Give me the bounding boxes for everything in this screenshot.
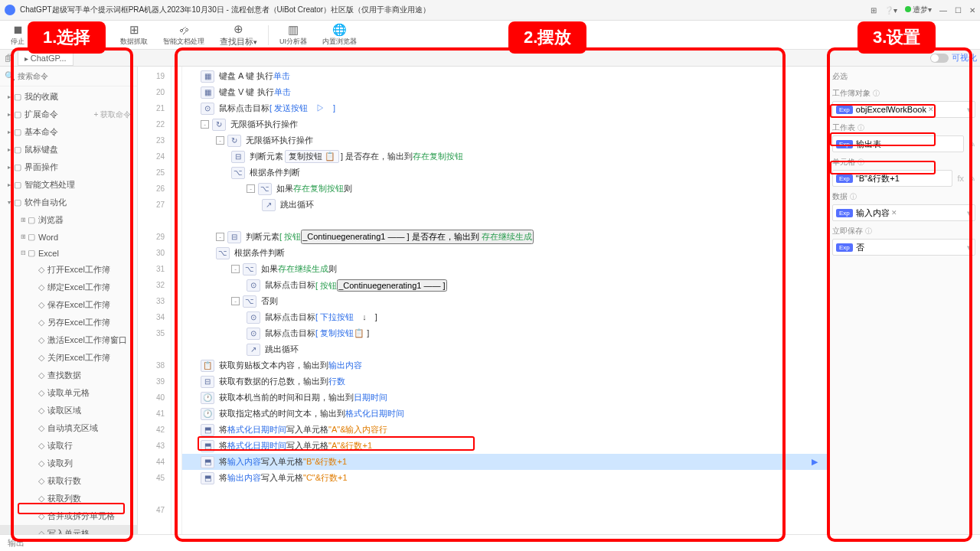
- sidebar-item[interactable]: ◇读取行: [0, 437, 137, 455]
- code-line[interactable]: ↗跳出循环: [182, 197, 827, 213]
- code-line[interactable]: ⊙鼠标点击目标 [ 下拉按钮 ↓ ]: [182, 309, 827, 325]
- sidebar-item[interactable]: ◇查找数据: [0, 367, 137, 384]
- sidebar-item[interactable]: ◇另存Excel工作簿: [0, 314, 137, 331]
- search-input[interactable]: [15, 70, 132, 83]
- prop-data-field[interactable]: Exp输入内容✕▾: [832, 204, 975, 221]
- collapse-icon[interactable]: -: [216, 136, 224, 145]
- code-line[interactable]: -⌥如果 存在继续生成 则: [182, 261, 827, 277]
- code-line[interactable]: ⬒将 输出内容 写入单元格 "C"&行数+1: [182, 470, 827, 486]
- line-number: 41: [138, 406, 171, 422]
- sidebar-item[interactable]: ▸▢界面操作: [0, 158, 137, 176]
- play-icon[interactable]: ▶: [812, 457, 818, 467]
- sidebar-item[interactable]: ▸▢智能文档处理: [0, 176, 137, 194]
- sidebar-item[interactable]: ◇获取列数: [0, 490, 137, 507]
- record-button[interactable]: ⏺录制: [83, 21, 113, 49]
- collapse-icon[interactable]: -: [201, 120, 209, 129]
- sidebar-item[interactable]: ◇读取列: [0, 455, 137, 472]
- switch-icon[interactable]: [930, 54, 949, 63]
- cmd-icon: ⌥: [243, 295, 256, 308]
- sidebar-item[interactable]: ◇打开Excel工作簿: [0, 261, 137, 279]
- collapse-icon[interactable]: -: [216, 233, 224, 241]
- sidebar-item[interactable]: ◇读取单元格: [0, 384, 137, 402]
- sidebar-item[interactable]: ⊞▢Word: [0, 229, 137, 245]
- sidebar-item[interactable]: ⊟▢Excel: [0, 245, 137, 261]
- code-line[interactable]: ⬒将 格式化日期时间 写入单元格 "A"&输入内容行: [182, 422, 827, 438]
- code-editor[interactable]: 1920212223242526272930313233343538394041…: [138, 67, 827, 549]
- cmd-icon: ⊟: [227, 231, 241, 243]
- code-line[interactable]: ⌥根据条件判断: [182, 165, 827, 181]
- sidebar-item[interactable]: ▾▢软件自动化: [0, 194, 137, 211]
- sidebar-item[interactable]: ▸▢我的收藏: [0, 88, 137, 106]
- collapse-icon[interactable]: -: [247, 184, 255, 193]
- line-number: 40: [138, 390, 171, 406]
- fx-icon[interactable]: fx: [957, 174, 964, 183]
- code-line[interactable]: [182, 213, 827, 229]
- line-number: 25: [138, 165, 171, 181]
- grid-icon[interactable]: ⊞: [871, 6, 877, 15]
- code-line[interactable]: -⌥否则: [182, 293, 827, 309]
- browser-button[interactable]: 🌐内置浏览器: [315, 21, 364, 49]
- find-button[interactable]: ⊕查找目标▾: [212, 21, 265, 49]
- sidebar-item[interactable]: ◇保存Excel工作簿: [0, 296, 137, 314]
- code-line[interactable]: ↗跳出循环: [182, 341, 827, 357]
- code-line[interactable]: ⬒将 输入内容 写入单元格 "B"&行数+1▶: [182, 454, 827, 470]
- code-line[interactable]: ▦键盘 A 键 执行 单击: [182, 68, 827, 84]
- maximize-icon[interactable]: ☐: [955, 6, 962, 15]
- sidebar-item[interactable]: ◇合并或拆分单元格: [0, 507, 137, 525]
- code-line[interactable]: -⌥如果 存在复制按钮 则: [182, 181, 827, 197]
- code-line[interactable]: ▦键盘 V 键 执行 单击: [182, 84, 827, 100]
- window-controls: ⊞ ❔▾ 遭梦▾ — ☐ ✕: [871, 5, 975, 15]
- stop-button[interactable]: ⏹停止: [3, 21, 32, 49]
- code-line[interactable]: 📋获取剪贴板文本内容，输出到 输出内容: [182, 357, 827, 373]
- sidebar-item[interactable]: ▸▢基本命令: [0, 123, 137, 141]
- tab-current[interactable]: ▸ ChatGP...: [18, 51, 74, 66]
- sidebar-item[interactable]: ◇获取行数: [0, 472, 137, 490]
- sidebar-item[interactable]: ◇自动填充区域: [0, 419, 137, 437]
- sidebar-item[interactable]: ◇激活Excel工作簿窗口: [0, 331, 137, 349]
- prop-sheet-field[interactable]: Exp输出表: [832, 135, 964, 152]
- prop-obj-field[interactable]: ExpobjExcelWorkBook✕▾: [832, 101, 975, 118]
- code-line[interactable]: -⊟判断元素 [ 按钮_Continuegenerating1 —— ] 是否存…: [182, 229, 827, 245]
- code-line[interactable]: ⬒将 格式化日期时间 写入单元格 "A"&行数+1: [182, 438, 827, 454]
- code-line[interactable]: ⊙鼠标点击目标 [ 复制按钮 📋 ]: [182, 325, 827, 341]
- window-title: ChatGPT超级写手单个提示词框PRA机器人2023年10月30日 - 流程创…: [20, 5, 871, 15]
- line-number: 47: [138, 502, 171, 518]
- code-line[interactable]: 🕐获取本机当前的时间和日期，输出到 日期时间: [182, 390, 827, 406]
- code-line[interactable]: ⊟判断元素 复制按钮 📋 ] 是否存在，输出到 存在复制按钮: [182, 148, 827, 165]
- ocr-button[interactable]: 🝰智能文档处理: [155, 21, 212, 49]
- sidebar-item[interactable]: ▸▢鼠标键盘: [0, 141, 137, 158]
- output-label[interactable]: 输出: [8, 537, 24, 549]
- sidebar-item[interactable]: ⊞▢浏览器: [0, 211, 137, 229]
- code-line[interactable]: -↻无限循环执行操作: [182, 132, 827, 148]
- line-number: 20: [138, 84, 171, 100]
- minimize-icon[interactable]: —: [939, 6, 947, 15]
- sidebar-item[interactable]: ▸▢扩展命令+ 获取命令: [0, 106, 137, 123]
- data-button[interactable]: ⊞数据抓取: [113, 21, 155, 49]
- user-menu[interactable]: 遭梦▾: [905, 5, 932, 15]
- sidebar-item[interactable]: ◇读取区域: [0, 402, 137, 419]
- analyzer-button[interactable]: ▥UI分析器: [272, 21, 315, 49]
- code-line[interactable]: ⊙鼠标点击目标 [ 发送按钮 ▷ ]: [182, 100, 827, 116]
- line-number: 27: [138, 197, 171, 213]
- timeline-button[interactable]: ⏱时间线▾: [32, 21, 77, 49]
- visual-toggle[interactable]: 可视化: [930, 52, 977, 64]
- prop-save-field[interactable]: Exp否▾: [832, 239, 975, 256]
- prop-cell-field[interactable]: Exp"B"&行数+1: [832, 170, 952, 187]
- edit-icon[interactable]: ✎: [969, 139, 975, 149]
- code-line[interactable]: ⊟获取有数据的行总数，输出到 行数: [182, 373, 827, 390]
- edit-icon[interactable]: ✎: [969, 174, 975, 184]
- sidebar-item[interactable]: ◇关闭Excel工作簿: [0, 349, 137, 367]
- line-number: 21: [138, 100, 171, 116]
- line-number: 38: [138, 357, 171, 373]
- collapse-icon[interactable]: -: [231, 265, 240, 273]
- code-line[interactable]: ⊙鼠标点击目标 [ 按钮_Continuegenerating1 —— ]: [182, 277, 827, 293]
- files-icon[interactable]: 🗐: [5, 54, 13, 63]
- code-line[interactable]: -↻无限循环执行操作: [182, 116, 827, 132]
- code-line[interactable]: ⌥根据条件判断: [182, 245, 827, 261]
- collapse-icon[interactable]: -: [231, 297, 240, 305]
- search-icon: 🔍: [5, 71, 15, 81]
- code-line[interactable]: 🕐获取指定格式的时间文本，输出到 格式化日期时间: [182, 406, 827, 422]
- sidebar-item[interactable]: ◇绑定Excel工作簿: [0, 279, 137, 296]
- help-icon[interactable]: ❔▾: [884, 6, 897, 15]
- close-icon[interactable]: ✕: [969, 6, 975, 15]
